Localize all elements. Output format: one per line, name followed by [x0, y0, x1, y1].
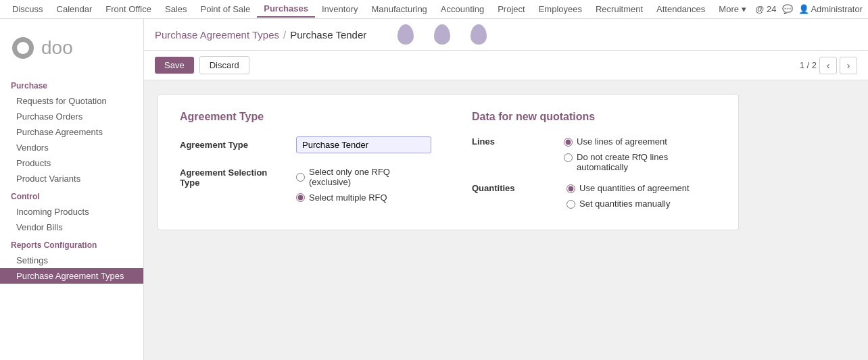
sidebar-section-control: Control — [0, 186, 143, 204]
nav-item-calendar[interactable]: Calendar — [50, 1, 99, 17]
sidebar-item-incoming-products[interactable]: Incoming Products — [0, 204, 143, 220]
nav-item-inventory[interactable]: Inventory — [315, 1, 364, 17]
radio-exclusive-input[interactable] — [296, 173, 305, 182]
pager-prev-button[interactable]: ‹ — [819, 57, 837, 74]
nav-item-discuss[interactable]: Discuss — [5, 1, 50, 17]
lines-option1-label: Use lines of agreement — [577, 136, 667, 147]
nav-item-recruitment[interactable]: Recruitment — [589, 1, 650, 17]
radio-exclusive-label: Select only one RFQ (exclusive) — [309, 167, 431, 187]
nav-item-purchases[interactable]: Purchases — [257, 1, 315, 18]
sidebar-item-settings[interactable]: Settings — [0, 253, 143, 268]
lines-option1[interactable]: Use lines of agreement — [564, 136, 717, 147]
sidebar-item-vendors[interactable]: Vendors — [0, 140, 143, 155]
radio-exclusive[interactable]: Select only one RFQ (exclusive) — [296, 167, 431, 187]
nav-item-project[interactable]: Project — [491, 1, 531, 17]
quantities-row: Quantities Use quantities of agreement S… — [472, 183, 717, 209]
top-navigation: Discuss Calendar Front Office Sales Poin… — [0, 0, 868, 19]
pager-text: 1 / 2 — [800, 60, 817, 70]
form-right-title: Data for new quotations — [472, 111, 717, 123]
nav-item-attendances[interactable]: Attendances — [650, 1, 712, 17]
pager: 1 / 2 ‹ › — [800, 57, 857, 74]
odoo-logo-svg: doo — [11, 31, 78, 65]
quantities-options: Use quantities of agreement Set quantiti… — [566, 183, 690, 209]
form-left-title: Agreement Type — [180, 111, 431, 123]
nav-item-employees[interactable]: Employees — [532, 1, 589, 17]
status-dot-1 — [397, 24, 414, 45]
discard-button[interactable]: Discard — [199, 56, 249, 74]
agreement-selection-field: Select only one RFQ (exclusive) Select m… — [296, 164, 431, 203]
status-dot-3 — [471, 24, 487, 45]
agreement-selection-label: Agreement Selection Type — [180, 164, 288, 188]
breadcrumb-separator: / — [283, 29, 286, 41]
sidebar: doo Purchase Requests for Quotation Purc… — [0, 19, 144, 360]
svg-text:doo: doo — [41, 37, 73, 58]
quantities-option2-label: Set quantities manually — [579, 199, 670, 209]
agreement-selection-row: Agreement Selection Type Select only one… — [180, 164, 431, 203]
sidebar-item-purchase-orders[interactable]: Purchase Orders — [0, 109, 143, 124]
agreement-selection-radio-group: Select only one RFQ (exclusive) Select m… — [296, 164, 431, 203]
lines-options: Use lines of agreement Do not create RfQ… — [564, 136, 717, 172]
logo: doo — [0, 24, 143, 76]
nav-item-manufacturing[interactable]: Manufacturing — [364, 1, 433, 17]
main-layout: doo Purchase Requests for Quotation Purc… — [0, 19, 868, 360]
lines-option2-label: Do not create RfQ lines automatically — [577, 152, 717, 172]
pager-next-button[interactable]: › — [840, 57, 857, 74]
nav-item-frontoffice[interactable]: Front Office — [99, 1, 158, 17]
status-dot-2 — [434, 24, 450, 45]
nav-item-more[interactable]: More ▾ — [712, 1, 752, 17]
sidebar-item-purchase-agreement-types[interactable]: Purchase Agreement Types — [0, 268, 143, 284]
sidebar-item-rfq[interactable]: Requests for Quotation — [0, 93, 143, 109]
radio-multiple[interactable]: Select multiple RFQ — [296, 192, 431, 203]
agreement-type-input[interactable] — [296, 136, 431, 153]
sidebar-item-vendor-bills[interactable]: Vendor Bills — [0, 220, 143, 235]
lines-radio1[interactable] — [564, 138, 573, 147]
form-columns: Agreement Type Agreement Type Agreement … — [180, 111, 717, 213]
main-content: Purchase Agreement Types / Purchase Tend… — [144, 19, 868, 360]
quantities-radio1[interactable] — [566, 184, 575, 193]
lines-row: Lines Use lines of agreement Do not crea… — [472, 136, 717, 172]
sidebar-item-products[interactable]: Products — [0, 155, 143, 171]
status-dots — [397, 24, 487, 45]
form-right-column: Data for new quotations Lines Use lines … — [472, 111, 717, 213]
svg-point-1 — [17, 42, 29, 54]
quantities-label: Quantities — [472, 183, 553, 203]
user-menu[interactable]: 👤 Administrator — [798, 4, 863, 14]
breadcrumb-bar: Purchase Agreement Types / Purchase Tend… — [144, 19, 868, 51]
breadcrumb-current: Purchase Tender — [290, 29, 366, 41]
quantities-option1[interactable]: Use quantities of agreement — [566, 183, 690, 193]
save-button[interactable]: Save — [155, 57, 194, 74]
form-area: Agreement Type Agreement Type Agreement … — [144, 80, 868, 244]
agreement-type-field — [296, 136, 431, 153]
quantities-option1-label: Use quantities of agreement — [579, 183, 690, 193]
chevron-down-icon: ▾ — [742, 4, 746, 14]
radio-multiple-label: Select multiple RFQ — [309, 192, 387, 203]
form-left-column: Agreement Type Agreement Type Agreement … — [180, 111, 431, 213]
quantities-radio2[interactable] — [566, 200, 575, 209]
form-card: Agreement Type Agreement Type Agreement … — [158, 94, 739, 230]
radio-multiple-input[interactable] — [296, 193, 305, 202]
sidebar-section-purchase: Purchase — [0, 76, 143, 93]
sidebar-item-purchase-agreements[interactable]: Purchase Agreements — [0, 124, 143, 140]
nav-item-sales[interactable]: Sales — [158, 1, 194, 17]
lines-radio2[interactable] — [564, 153, 573, 162]
sidebar-section-reports: Reports Configuration — [0, 235, 143, 253]
top-nav-right: @ 24 💬 👤 Administrator — [755, 4, 863, 14]
chat-icon[interactable]: 💬 — [782, 4, 793, 14]
quantities-option2[interactable]: Set quantities manually — [566, 199, 690, 209]
lines-label: Lines — [472, 136, 550, 167]
notification-icon[interactable]: @ 24 — [755, 4, 776, 14]
action-bar: Save Discard 1 / 2 ‹ › — [144, 51, 868, 80]
sidebar-item-product-variants[interactable]: Product Variants — [0, 171, 143, 186]
breadcrumb-parent[interactable]: Purchase Agreement Types — [155, 29, 279, 41]
nav-item-accounting[interactable]: Accounting — [434, 1, 491, 17]
agreement-type-label: Agreement Type — [180, 136, 288, 150]
lines-option2[interactable]: Do not create RfQ lines automatically — [564, 152, 717, 172]
nav-item-pos[interactable]: Point of Sale — [194, 1, 258, 17]
agreement-type-row: Agreement Type — [180, 136, 431, 153]
